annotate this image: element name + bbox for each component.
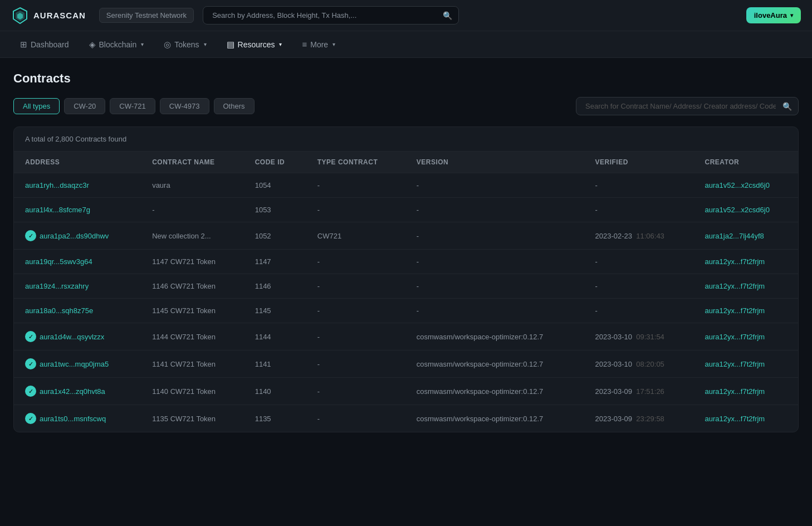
table-header-row: ADDRESS CONTRACT NAME CODE ID TYPE CONTR… bbox=[14, 152, 798, 173]
cell-contract-name: vaura bbox=[141, 173, 244, 198]
table-row: aura18a0...sqh8z75e1145 CW721 Token1145-… bbox=[14, 299, 798, 323]
creator-link[interactable]: aura1v52...x2csd6j0 bbox=[705, 181, 770, 189]
col-version: VERSION bbox=[405, 152, 584, 173]
tokens-chevron-icon: ▾ bbox=[204, 41, 207, 47]
cell-type-contract: CW721 bbox=[306, 222, 405, 250]
nav-item-dashboard[interactable]: ⊞ Dashboard bbox=[11, 35, 78, 54]
cell-address: aura19z4...rsxzahry bbox=[14, 274, 141, 299]
cell-version: cosmwasm/workspace-optimizer:0.12.7 bbox=[405, 378, 584, 405]
cell-contract-name: New collection 2... bbox=[141, 222, 244, 250]
verified-date: 2023-02-23 bbox=[595, 232, 633, 240]
nav-item-resources[interactable]: ▤ Resources ▾ bbox=[218, 35, 291, 54]
table-row: aura1l4x...8sfcme7g-1053---aura1v52...x2… bbox=[14, 198, 798, 222]
nav-label-blockchain: Blockchain bbox=[99, 40, 137, 49]
verified-time: 11:06:43 bbox=[636, 232, 664, 240]
more-icon: ≡ bbox=[302, 40, 307, 49]
nav-label-dashboard: Dashboard bbox=[31, 40, 69, 49]
verified-time: 17:51:26 bbox=[636, 387, 664, 396]
creator-link[interactable]: aura12yx...f7t2frjm bbox=[705, 415, 765, 423]
logo[interactable]: AURASCAN bbox=[11, 7, 86, 25]
search-icon: 🔍 bbox=[443, 11, 452, 20]
cell-code-id: 1141 bbox=[244, 350, 306, 378]
cell-verified: - bbox=[584, 198, 694, 222]
cell-code-id: 1145 bbox=[244, 299, 306, 323]
cell-version: cosmwasm/workspace-optimizer:0.12.7 bbox=[405, 350, 584, 378]
cell-address: aura19qr...5swv3g64 bbox=[14, 250, 141, 274]
contracts-table: ADDRESS CONTRACT NAME CODE ID TYPE CONTR… bbox=[14, 152, 798, 432]
cell-contract-name: 1147 CW721 Token bbox=[141, 250, 244, 274]
nav-item-tokens[interactable]: ◎ Tokens ▾ bbox=[155, 35, 215, 54]
cell-creator: aura1v52...x2csd6j0 bbox=[694, 198, 798, 222]
cell-contract-name: 1141 CW721 Token bbox=[141, 350, 244, 378]
address-link[interactable]: aura19qr...5swv3g64 bbox=[25, 257, 92, 266]
contract-search-icon: 🔍 bbox=[782, 102, 792, 111]
col-creator: CREATOR bbox=[694, 152, 798, 173]
cell-verified: 2023-02-23 11:06:43 bbox=[584, 222, 694, 250]
resources-chevron-icon: ▾ bbox=[279, 41, 282, 47]
cell-verified: 2023-03-10 08:20:05 bbox=[584, 350, 694, 378]
cell-type-contract: - bbox=[306, 405, 405, 432]
filter-row: All types CW-20 CW-721 CW-4973 Others 🔍 bbox=[13, 97, 799, 115]
cell-address: aura1l4x...8sfcme7g bbox=[14, 198, 141, 222]
logo-text: AURASCAN bbox=[33, 11, 86, 20]
address-link[interactable]: aura18a0...sqh8z75e bbox=[25, 306, 93, 315]
address-link[interactable]: aura19z4...rsxzahry bbox=[25, 282, 89, 290]
table-row: ✓aura1pa2...ds90dhwvNew collection 2...1… bbox=[14, 222, 798, 250]
address-link[interactable]: aura1twc...mqp0jma5 bbox=[40, 360, 109, 368]
table-row: ✓aura1d4w...qsyvlzzx1144 CW721 Token1144… bbox=[14, 323, 798, 350]
contract-search-input[interactable] bbox=[576, 97, 799, 115]
creator-link[interactable]: aura12yx...f7t2frjm bbox=[705, 333, 765, 341]
blockchain-icon: ◈ bbox=[89, 40, 96, 50]
creator-link[interactable]: aura12yx...f7t2frjm bbox=[705, 257, 765, 266]
address-link[interactable]: aura1pa2...ds90dhwv bbox=[40, 232, 109, 240]
creator-link[interactable]: aura12yx...f7t2frjm bbox=[705, 387, 765, 396]
creator-link[interactable]: aura12yx...f7t2frjm bbox=[705, 306, 765, 315]
cell-address: ✓aura1pa2...ds90dhwv bbox=[14, 222, 141, 250]
filter-tab-all[interactable]: All types bbox=[13, 98, 60, 114]
tokens-icon: ◎ bbox=[164, 40, 171, 50]
verified-check-icon: ✓ bbox=[25, 230, 36, 241]
nav-item-blockchain[interactable]: ◈ Blockchain ▾ bbox=[80, 35, 153, 54]
cell-address: aura1ryh...dsaqzc3r bbox=[14, 173, 141, 198]
header: AURASCAN Serenity Testnet Network 🔍 ilov… bbox=[0, 0, 812, 31]
address-link[interactable]: aura1l4x...8sfcme7g bbox=[25, 206, 90, 214]
cell-version: - bbox=[405, 173, 584, 198]
resources-icon: ▤ bbox=[227, 40, 234, 50]
creator-link[interactable]: aura1ja2...7lj44yf8 bbox=[705, 232, 764, 240]
blockchain-chevron-icon: ▾ bbox=[141, 41, 144, 47]
cell-code-id: 1140 bbox=[244, 378, 306, 405]
filter-tab-cw721[interactable]: CW-721 bbox=[110, 98, 155, 114]
cell-version: cosmwasm/workspace-optimizer:0.12.7 bbox=[405, 405, 584, 432]
cell-code-id: 1052 bbox=[244, 222, 306, 250]
creator-link[interactable]: aura1v52...x2csd6j0 bbox=[705, 206, 770, 214]
cell-creator: aura12yx...f7t2frjm bbox=[694, 378, 798, 405]
creator-link[interactable]: aura12yx...f7t2frjm bbox=[705, 282, 765, 290]
cell-version: - bbox=[405, 222, 584, 250]
address-link[interactable]: aura1d4w...qsyvlzzx bbox=[40, 333, 104, 341]
global-search: 🔍 bbox=[203, 6, 459, 25]
address-link[interactable]: aura1ts0...msnfscwq bbox=[40, 415, 106, 423]
verified-date: 2023-03-09 bbox=[595, 415, 633, 423]
filter-tab-cw20[interactable]: CW-20 bbox=[64, 98, 105, 114]
network-button[interactable]: Serenity Testnet Network bbox=[99, 8, 194, 23]
cell-contract-name: 1146 CW721 Token bbox=[141, 274, 244, 299]
filter-tab-others[interactable]: Others bbox=[214, 98, 255, 114]
cell-code-id: 1135 bbox=[244, 405, 306, 432]
cell-address: aura18a0...sqh8z75e bbox=[14, 299, 141, 323]
filter-tab-cw4973[interactable]: CW-4973 bbox=[160, 98, 209, 114]
cell-code-id: 1144 bbox=[244, 323, 306, 350]
nav-item-more[interactable]: ≡ More ▾ bbox=[293, 35, 344, 53]
cell-verified: - bbox=[584, 173, 694, 198]
cell-contract-name: 1140 CW721 Token bbox=[141, 378, 244, 405]
cell-verified: - bbox=[584, 299, 694, 323]
user-menu-button[interactable]: iloveAura ▾ bbox=[746, 7, 801, 23]
cell-creator: aura12yx...f7t2frjm bbox=[694, 405, 798, 432]
table-row: aura19qr...5swv3g641147 CW721 Token1147-… bbox=[14, 250, 798, 274]
global-search-input[interactable] bbox=[203, 6, 459, 25]
address-link[interactable]: aura1x42...zq0hvt8a bbox=[40, 387, 105, 396]
cell-type-contract: - bbox=[306, 350, 405, 378]
address-link[interactable]: aura1ryh...dsaqzc3r bbox=[25, 181, 89, 189]
verified-date: 2023-03-10 bbox=[595, 360, 633, 368]
creator-link[interactable]: aura12yx...f7t2frjm bbox=[705, 360, 765, 368]
table-row: aura1ryh...dsaqzc3rvaura1054---aura1v52.… bbox=[14, 173, 798, 198]
